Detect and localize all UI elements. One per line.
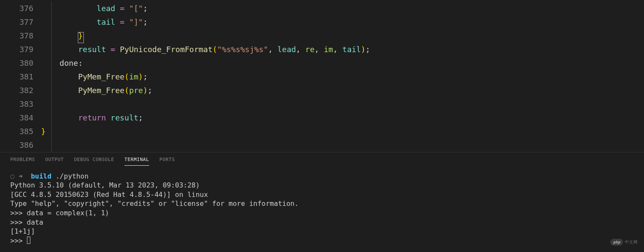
line-number: 384 xyxy=(8,111,33,125)
line-number: 383 xyxy=(8,97,33,111)
panel-tabs: PROBLEMS OUTPUT DEBUG CONSOLE TERMINAL P… xyxy=(0,152,644,168)
code-token: ( xyxy=(213,45,217,54)
code-line[interactable]: } xyxy=(41,125,644,138)
line-number: 377 xyxy=(8,15,33,29)
code-token: PyUnicode_FromFormat xyxy=(120,45,213,54)
code-token: } xyxy=(41,127,46,136)
terminal-line: >>> data = complex(1, 1) xyxy=(10,208,634,218)
code-token: ; xyxy=(143,72,148,81)
code-token xyxy=(106,113,111,122)
code-line[interactable]: PyMem_Free(pre); xyxy=(41,84,644,97)
code-token: } xyxy=(78,31,83,40)
terminal-line: Python 3.5.10 (default, Mar 13 2023, 09:… xyxy=(10,181,634,190)
terminal-line: ○ ➜ build ./python xyxy=(10,172,634,181)
code-token: im xyxy=(324,45,333,54)
tab-problems[interactable]: PROBLEMS xyxy=(10,156,35,166)
code-token: , xyxy=(333,45,343,54)
php-logo-icon: php xyxy=(610,239,623,246)
code-token: ) xyxy=(143,86,148,95)
code-line[interactable]: done: xyxy=(41,56,644,70)
code-line[interactable]: } xyxy=(41,29,644,43)
code-token: pre xyxy=(129,86,143,95)
code-token: lead xyxy=(97,4,115,13)
line-number: 381 xyxy=(8,70,33,84)
code-editor[interactable]: 376377378379380381382383384385386 lead =… xyxy=(0,0,644,152)
editor-cursor xyxy=(78,32,84,43)
code-line[interactable]: result = PyUnicode_FromFormat("%s%s%sj%s… xyxy=(41,43,644,56)
code-token: tail xyxy=(343,45,361,54)
tab-ports[interactable]: PORTS xyxy=(160,156,175,166)
code-line[interactable]: return result; xyxy=(41,111,644,125)
terminal-line: Type "help", "copyright", "credits" or "… xyxy=(10,199,634,208)
terminal-view[interactable]: ○ ➜ build ./pythonPython 3.5.10 (default… xyxy=(0,168,644,252)
code-token: "]" xyxy=(129,18,143,26)
code-token: im xyxy=(129,72,139,81)
terminal-line: >>> data xyxy=(10,218,634,227)
code-token: result xyxy=(111,113,139,122)
code-token: = xyxy=(115,18,129,26)
code-line[interactable]: PyMem_Free(im); xyxy=(41,70,644,84)
code-token: ; xyxy=(366,45,370,54)
glyph-margin xyxy=(0,2,8,152)
code-line[interactable]: lead = "["; xyxy=(41,2,644,15)
code-token: ; xyxy=(143,18,148,26)
tab-terminal[interactable]: TERMINAL xyxy=(124,156,149,166)
code-line[interactable] xyxy=(41,138,644,152)
code-token: = xyxy=(106,45,120,54)
code-token: lead xyxy=(278,45,296,54)
watermark-badge: php 中文网 xyxy=(610,239,638,246)
code-token: "%s%s%sj%s" xyxy=(217,45,268,54)
code-token: tail xyxy=(97,18,115,26)
code-token: , xyxy=(268,45,278,54)
line-number: 385 xyxy=(8,125,33,138)
code-token: , xyxy=(296,45,305,54)
code-line[interactable]: tail = "]"; xyxy=(41,15,644,29)
code-token: = xyxy=(115,4,129,13)
code-line[interactable] xyxy=(41,97,644,111)
code-token: ( xyxy=(124,72,129,81)
code-token: re xyxy=(305,45,315,54)
line-number: 376 xyxy=(8,2,33,15)
code-token: , xyxy=(314,45,324,54)
code-token: ) xyxy=(139,72,143,81)
line-number: 386 xyxy=(8,138,33,152)
code-token: return xyxy=(78,113,106,122)
terminal-line: [1+1j] xyxy=(10,227,634,236)
line-number: 379 xyxy=(8,43,33,56)
code-token: ; xyxy=(139,113,143,122)
line-number-gutter: 376377378379380381382383384385386 xyxy=(8,2,41,152)
code-token: "[" xyxy=(129,4,143,13)
watermark-text: 中文网 xyxy=(625,239,638,246)
code-area[interactable]: lead = "["; tail = "]"; } result = PyUni… xyxy=(41,2,644,152)
code-token: ; xyxy=(148,86,152,95)
terminal-cursor xyxy=(27,237,30,244)
terminal-line: >>> xyxy=(10,236,634,246)
code-token: PyMem_Free xyxy=(78,86,124,95)
code-token: ) xyxy=(361,45,366,54)
bottom-panel: PROBLEMS OUTPUT DEBUG CONSOLE TERMINAL P… xyxy=(0,152,644,252)
tab-debug-console[interactable]: DEBUG CONSOLE xyxy=(74,156,114,166)
code-token: PyMem_Free xyxy=(78,72,124,81)
code-token: ( xyxy=(124,86,129,95)
terminal-line: [GCC 4.8.5 20150623 (Red Hat 4.8.5-44)] … xyxy=(10,190,634,199)
tab-output[interactable]: OUTPUT xyxy=(45,156,64,166)
code-token: ; xyxy=(143,4,148,13)
line-number: 378 xyxy=(8,29,33,43)
line-number: 380 xyxy=(8,56,33,70)
code-token: result xyxy=(78,45,106,54)
line-number: 382 xyxy=(8,84,33,97)
code-token: done: xyxy=(59,59,83,67)
